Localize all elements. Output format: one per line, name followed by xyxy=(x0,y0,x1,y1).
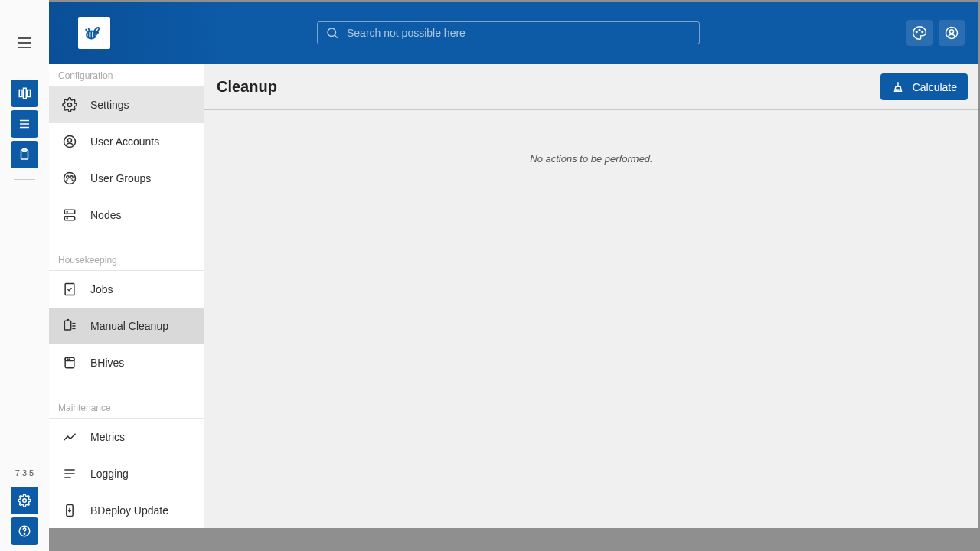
svg-point-46 xyxy=(67,359,68,360)
calculate-label: Calculate xyxy=(913,81,957,93)
rail-bottom-group xyxy=(11,487,38,545)
svg-point-29 xyxy=(68,139,72,142)
svg-line-19 xyxy=(89,28,90,31)
svg-point-28 xyxy=(64,136,76,148)
svg-point-27 xyxy=(68,103,72,107)
svg-point-11 xyxy=(23,499,27,503)
svg-point-36 xyxy=(67,218,67,219)
task-icon xyxy=(62,282,77,297)
section-maintenance: Maintenance xyxy=(49,396,204,419)
rail-item-panels[interactable] xyxy=(11,80,38,107)
nav-label: BDeploy Update xyxy=(90,504,168,517)
nav-label: BHives xyxy=(90,357,124,369)
nav-label: Metrics xyxy=(90,431,125,443)
help-icon xyxy=(18,524,31,538)
bee-icon xyxy=(83,21,106,44)
app-container: Configuration Settings User Accounts Use… xyxy=(49,2,978,528)
nav-metrics[interactable]: Metrics xyxy=(49,419,204,455)
gear-icon xyxy=(18,494,31,507)
nav-user-groups[interactable]: User Groups xyxy=(49,160,204,197)
topbar xyxy=(49,2,978,64)
panels-icon xyxy=(18,86,31,100)
rail-item-clipboard[interactable] xyxy=(11,141,38,168)
svg-point-23 xyxy=(919,29,920,31)
nav-bdeploy-update[interactable]: BDeploy Update xyxy=(49,492,204,528)
nav-settings[interactable]: Settings xyxy=(49,86,204,123)
svg-point-31 xyxy=(67,176,69,178)
group-icon xyxy=(62,171,77,186)
gear-icon xyxy=(62,97,77,112)
rail-divider xyxy=(14,179,35,180)
app-logo[interactable] xyxy=(78,17,110,49)
nav-label: User Accounts xyxy=(90,135,159,148)
update-icon xyxy=(62,503,77,518)
svg-rect-5 xyxy=(28,90,31,97)
sidebar: Configuration Settings User Accounts Use… xyxy=(49,64,204,528)
nav-label: User Groups xyxy=(90,172,151,184)
cleanup-icon xyxy=(62,318,77,334)
svg-rect-34 xyxy=(64,217,74,220)
section-housekeeping: Housekeeping xyxy=(49,249,204,271)
svg-rect-3 xyxy=(19,90,22,97)
svg-point-30 xyxy=(64,173,76,184)
search-input[interactable] xyxy=(347,27,691,39)
server-icon xyxy=(62,207,77,223)
body: Configuration Settings User Accounts Use… xyxy=(49,64,978,528)
rail-item-settings[interactable] xyxy=(11,487,38,514)
nav-label: Nodes xyxy=(90,209,121,221)
clipboard-icon xyxy=(18,148,31,161)
menu-icon xyxy=(15,34,34,52)
nav-bhives[interactable]: BHives xyxy=(49,344,204,381)
theme-button[interactable] xyxy=(906,20,933,46)
nav-logging[interactable]: Logging xyxy=(49,455,204,492)
nav-label: Settings xyxy=(90,99,129,111)
broom-icon xyxy=(891,80,905,94)
calculate-button[interactable]: Calculate xyxy=(880,73,968,100)
main-header: Cleanup Calculate xyxy=(204,64,978,110)
hamburger-menu[interactable] xyxy=(9,28,40,58)
svg-point-35 xyxy=(67,211,67,212)
svg-point-26 xyxy=(950,30,954,34)
rail-item-help[interactable] xyxy=(11,517,38,545)
svg-point-32 xyxy=(70,176,73,178)
nav-jobs[interactable]: Jobs xyxy=(49,271,204,308)
section-configuration: Configuration xyxy=(49,64,204,86)
search-box[interactable] xyxy=(317,21,700,44)
log-icon xyxy=(62,466,77,481)
storage-icon xyxy=(62,355,77,370)
nav-label: Logging xyxy=(90,468,129,480)
search-icon xyxy=(325,26,339,40)
empty-message: No actions to be performed. xyxy=(530,153,652,528)
svg-line-21 xyxy=(335,35,337,37)
nav-manual-cleanup[interactable]: Manual Cleanup xyxy=(49,308,204,344)
svg-point-25 xyxy=(946,28,958,39)
nav-label: Manual Cleanup xyxy=(90,320,168,332)
rail-item-list[interactable] xyxy=(11,110,38,138)
rail-top-group xyxy=(11,80,38,168)
svg-line-18 xyxy=(86,29,88,32)
user-icon xyxy=(62,134,77,149)
account-icon xyxy=(944,25,959,41)
list-icon xyxy=(18,117,31,131)
account-button[interactable] xyxy=(939,20,965,46)
page-title: Cleanup xyxy=(217,78,277,96)
svg-point-20 xyxy=(328,28,336,37)
nav-nodes[interactable]: Nodes xyxy=(49,197,204,233)
svg-rect-38 xyxy=(64,321,70,330)
svg-point-22 xyxy=(916,31,917,33)
svg-rect-4 xyxy=(24,88,27,99)
chart-icon xyxy=(62,429,77,445)
svg-point-24 xyxy=(922,31,923,33)
main-content: Cleanup Calculate No actions to be perfo… xyxy=(204,64,978,528)
svg-point-47 xyxy=(70,359,70,360)
version-label: 7.3.5 xyxy=(15,468,34,478)
left-rail: 7.3.5 xyxy=(0,0,49,551)
svg-rect-33 xyxy=(64,210,74,214)
palette-icon xyxy=(912,25,927,41)
nav-label: Jobs xyxy=(90,283,113,295)
nav-user-accounts[interactable]: User Accounts xyxy=(49,123,204,160)
svg-point-13 xyxy=(24,533,24,534)
